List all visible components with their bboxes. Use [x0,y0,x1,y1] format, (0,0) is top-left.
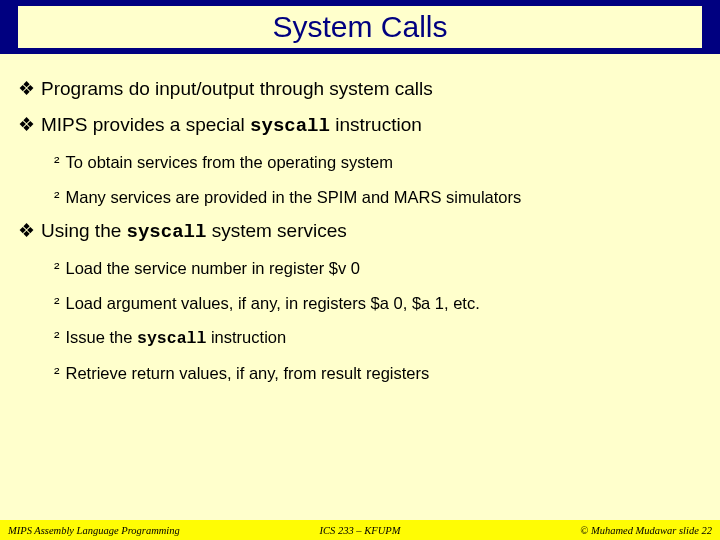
title-inner: System Calls [18,6,702,48]
diamond-icon: ❖ [18,220,35,241]
sub-marker-icon: ² [54,259,60,277]
slide-title: System Calls [272,10,447,44]
sub-marker-icon: ² [54,294,60,312]
bullet-2-code: syscall [250,115,330,137]
bullet-3-pre: Using the [41,220,127,241]
sub-marker-icon: ² [54,364,60,382]
slide-content: ❖Programs do input/output through system… [0,54,720,385]
title-bar: System Calls [0,0,720,54]
bullet-2b: ²Many services are provided in the SPIM … [54,186,702,208]
bullet-3d-text: Retrieve return values, if any, from res… [66,364,430,382]
bullet-3c-post: instruction [206,328,286,346]
slide-footer: MIPS Assembly Language Programming ICS 2… [0,520,720,540]
bullet-2a: ²To obtain services from the operating s… [54,151,702,173]
diamond-icon: ❖ [18,114,35,135]
bullet-2: ❖MIPS provides a special syscall instruc… [18,112,702,140]
bullet-2-post: instruction [330,114,422,135]
sub-marker-icon: ² [54,153,60,171]
bullet-3a-text: Load the service number in register $v 0 [66,259,360,277]
bullet-2-pre: MIPS provides a special [41,114,250,135]
bullet-2a-text: To obtain services from the operating sy… [66,153,393,171]
footer-right: © Muhamed Mudawar slide 22 [580,525,712,536]
sub-marker-icon: ² [54,328,60,346]
sub-marker-icon: ² [54,188,60,206]
bullet-2b-text: Many services are provided in the SPIM a… [66,188,522,206]
bullet-3a: ²Load the service number in register $v … [54,257,702,279]
bullet-1: ❖Programs do input/output through system… [18,76,702,102]
bullet-3-code: syscall [127,221,207,243]
diamond-icon: ❖ [18,78,35,99]
bullet-3b: ²Load argument values, if any, in regist… [54,292,702,314]
bullet-3b-text: Load argument values, if any, in registe… [66,294,480,312]
bullet-3d: ²Retrieve return values, if any, from re… [54,362,702,384]
bullet-3c-pre: Issue the [66,328,138,346]
bullet-3c: ²Issue the syscall instruction [54,326,702,350]
bullet-3-post: system services [206,220,346,241]
bullet-3c-code: syscall [137,329,206,348]
footer-left: MIPS Assembly Language Programming [0,525,180,536]
bullet-3: ❖Using the syscall system services [18,218,702,246]
footer-center: ICS 233 – KFUPM [320,525,401,536]
bullet-1-text: Programs do input/output through system … [41,78,433,99]
